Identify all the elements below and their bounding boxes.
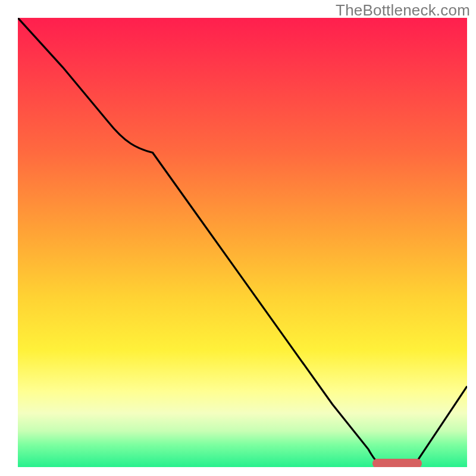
- plot-area: [18, 18, 467, 467]
- source-watermark: TheBottleneck.com: [336, 1, 470, 20]
- bottleneck-chart: TheBottleneck.com: [0, 0, 476, 476]
- curve-layer: [18, 18, 467, 467]
- bottleneck-curve-path: [18, 18, 467, 467]
- optimal-range-marker: [372, 459, 422, 467]
